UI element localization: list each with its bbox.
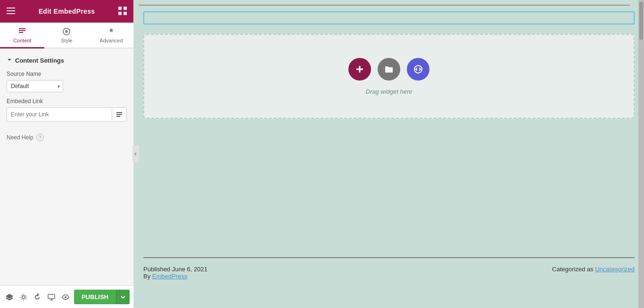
panel-content: Content Settings Source Name Default ▾ E… <box>0 49 133 285</box>
section-header[interactable]: Content Settings <box>0 53 133 68</box>
history-icon <box>33 293 41 301</box>
embed-link-section: Embeded Link <box>0 95 133 124</box>
embed-link-label: Embeded Link <box>7 98 127 105</box>
svg-rect-1 <box>7 10 15 11</box>
svg-point-9 <box>22 296 25 299</box>
help-icon[interactable]: ? <box>36 134 44 141</box>
collapse-arrow-icon <box>134 152 138 156</box>
folder-button[interactable] <box>378 58 400 81</box>
footer-text-row: Published June 6, 2021 By EmbedPress Cat… <box>143 266 635 280</box>
drag-widget-text: Drag widget here <box>366 88 413 95</box>
source-name-select-wrapper: Default ▾ <box>7 80 63 92</box>
section-title: Content Settings <box>15 57 64 64</box>
footer-right: Categorized as Uncategorized <box>552 266 635 280</box>
footer-divider <box>143 257 635 258</box>
svg-rect-0 <box>7 8 15 8</box>
publish-button[interactable]: PUBLISH <box>74 290 116 304</box>
embed-icon <box>413 64 423 74</box>
right-area: Drag widget here Published June 6, 2021 … <box>134 0 644 308</box>
list-icon <box>116 111 123 118</box>
embed-link-icon-button[interactable] <box>112 109 126 120</box>
source-name-field: Source Name Default ▾ <box>0 68 133 95</box>
top-divider <box>139 5 630 6</box>
by-label: By <box>143 273 150 280</box>
publish-btn-group: PUBLISH <box>74 290 130 304</box>
panel-title: Edit EmbedPress <box>39 8 95 15</box>
preview-icon-button[interactable] <box>60 291 71 304</box>
scrollbar[interactable] <box>638 0 644 308</box>
publish-dropdown-icon <box>120 294 126 300</box>
category-link[interactable]: Uncategorized <box>595 266 635 273</box>
tab-style[interactable]: Style <box>44 23 89 49</box>
svg-rect-10 <box>48 294 55 299</box>
svg-rect-4 <box>124 7 127 10</box>
settings-icon <box>20 293 27 301</box>
history-icon-button[interactable] <box>32 291 43 304</box>
desktop-icon-button[interactable] <box>46 291 57 304</box>
grid-icon[interactable] <box>118 7 127 16</box>
need-help-label: Need Help <box>7 134 33 141</box>
published-text: Published June 6, 2021 <box>143 266 207 273</box>
tab-content[interactable]: Content <box>0 23 44 49</box>
by-link[interactable]: EmbedPress <box>152 273 187 280</box>
categorized-text: Categorized as <box>552 266 593 273</box>
tab-advanced-label: Advanced <box>99 38 123 43</box>
layers-icon-button[interactable] <box>4 291 15 304</box>
page-footer: Published June 6, 2021 By EmbedPress Cat… <box>143 257 635 280</box>
bottom-bar: PUBLISH <box>0 285 133 308</box>
svg-rect-6 <box>124 12 127 15</box>
collapse-handle[interactable] <box>132 146 139 162</box>
need-help-section: Need Help ? <box>0 124 133 151</box>
drag-widget-area: Drag widget here <box>143 34 635 119</box>
svg-point-8 <box>65 30 68 33</box>
desktop-icon <box>48 293 55 301</box>
source-name-label: Source Name <box>7 71 127 77</box>
eye-icon <box>62 293 69 301</box>
section-chevron-icon <box>7 57 12 64</box>
drag-icons-row <box>348 58 429 81</box>
hamburger-icon[interactable] <box>7 7 15 16</box>
tab-content-label: Content <box>13 38 32 43</box>
layers-icon <box>6 293 13 301</box>
panel-header: Edit EmbedPress <box>0 0 133 23</box>
settings-icon-button[interactable] <box>18 291 29 304</box>
embed-button[interactable] <box>407 58 429 81</box>
svg-rect-5 <box>118 12 122 15</box>
tab-style-label: Style <box>61 38 72 43</box>
svg-rect-3 <box>118 7 122 10</box>
tab-advanced[interactable]: Advanced <box>89 23 133 49</box>
add-widget-button[interactable] <box>348 58 371 81</box>
svg-rect-2 <box>7 13 15 14</box>
plus-icon <box>355 64 365 74</box>
svg-point-11 <box>65 296 66 298</box>
publish-arrow-button[interactable] <box>116 290 130 304</box>
left-panel: Edit EmbedPress Content Style Advanced C… <box>0 0 134 308</box>
scrollbar-thumb[interactable] <box>639 2 643 40</box>
footer-left: Published June 6, 2021 By EmbedPress <box>143 266 207 280</box>
embed-link-input[interactable] <box>7 108 112 121</box>
source-name-select[interactable]: Default <box>7 80 63 92</box>
embed-link-input-row <box>7 107 127 122</box>
panel-tabs: Content Style Advanced <box>0 23 133 49</box>
selected-element-highlight <box>143 11 635 24</box>
folder-icon <box>384 64 394 74</box>
